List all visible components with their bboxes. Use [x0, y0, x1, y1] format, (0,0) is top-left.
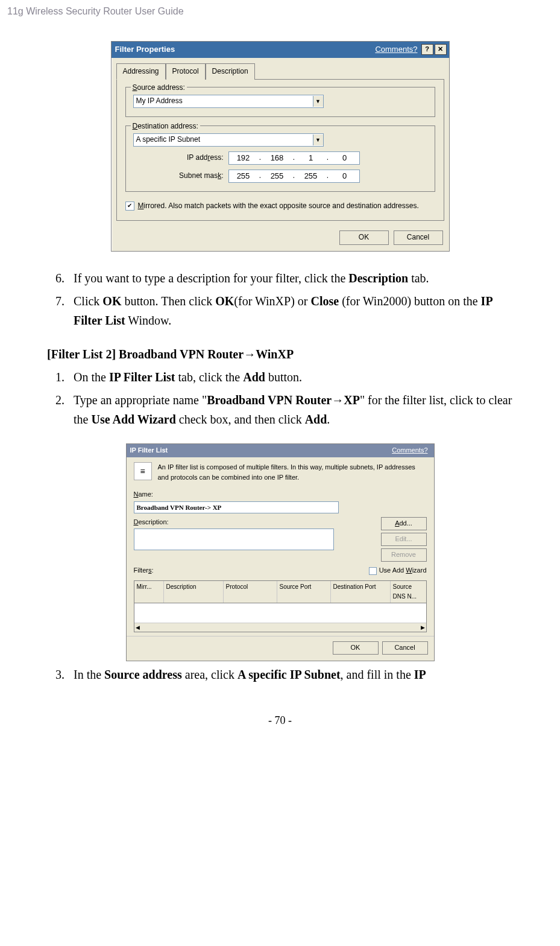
remove-button: Remove — [381, 548, 427, 562]
filters-table: Mirr... Description Protocol Source Port… — [134, 580, 427, 632]
mirrored-row: ✔ Mirrored. Also match packets with the … — [125, 200, 435, 212]
filter-list-2-title: [Filter List 2] Broadband VPN Router→Win… — [47, 344, 513, 364]
ip-oct1[interactable]: 192 — [229, 152, 258, 165]
page-header: 11g Wireless Security Router User Guide — [0, 0, 560, 41]
page-content: Filter Properties Comments? ? ✕ Addressi… — [0, 41, 560, 684]
step-6: If you want to type a description for yo… — [68, 268, 513, 288]
steps-list-1: If you want to type a description for yo… — [47, 268, 513, 330]
dialog-buttons: OK Cancel — [112, 226, 449, 251]
mask-oct1[interactable]: 255 — [229, 170, 258, 183]
fl2-step-3: In the Source address area, click A spec… — [68, 665, 513, 684]
mask-oct2[interactable]: 255 — [263, 170, 292, 183]
use-add-wizard-label: Use Add Wizard — [379, 565, 427, 576]
filter-properties-dialog: Filter Properties Comments? ? ✕ Addressi… — [111, 41, 450, 252]
dialog-title: Filter Properties — [115, 43, 175, 56]
tab-addressing[interactable]: Addressing — [116, 63, 166, 80]
source-group-label: SSource address:ource address: — [131, 82, 187, 94]
destination-address-value: A specific IP Subnet — [136, 134, 201, 145]
dest-group-label: Destination address: — [131, 121, 200, 132]
mask-oct4[interactable]: 0 — [330, 170, 359, 183]
mirrored-checkbox[interactable]: ✔ — [125, 202, 134, 211]
ok-button[interactable]: OK — [339, 230, 389, 245]
fl2-step-1: On the IP Filter List tab, click the Add… — [68, 367, 513, 387]
horizontal-scrollbar[interactable]: ◀ ▶ — [134, 623, 426, 632]
dialog2-title: IP Filter List — [130, 445, 168, 456]
dialog-titlebar: Filter Properties Comments? ? ✕ — [112, 42, 449, 58]
ip-oct4[interactable]: 0 — [330, 152, 359, 165]
ip-filter-list-dialog: IP Filter List Comments? ≡ An IP filter … — [126, 443, 435, 661]
name-input[interactable]: Broadband VPN Router-> XP — [134, 501, 339, 513]
description-textarea[interactable] — [134, 529, 334, 550]
destination-address-group: Destination address: A specific IP Subne… — [125, 125, 435, 192]
dialog2-description: An IP filter list is composed of multipl… — [158, 462, 427, 483]
filters-label: Filters: — [134, 565, 154, 576]
tab-description[interactable]: Description — [206, 63, 255, 80]
source-address-group: SSource address:ource address: My IP Add… — [125, 87, 435, 117]
dropdown-icon: ▼ — [313, 135, 323, 145]
fl2-step-2: Type an appropriate name "Broadband VPN … — [68, 390, 513, 429]
dialog2-cancel-button[interactable]: Cancel — [382, 641, 428, 655]
scroll-right-icon[interactable]: ▶ — [421, 623, 425, 632]
col-mirrored[interactable]: Mirr... — [134, 581, 164, 603]
cancel-button[interactable]: Cancel — [394, 230, 443, 245]
ip-oct2[interactable]: 168 — [263, 152, 292, 165]
col-source-dns[interactable]: Source DNS N... — [391, 581, 426, 603]
tab-protocol[interactable]: Protocol — [166, 63, 206, 80]
subnet-mask-field[interactable]: 255. 255. 255. 0 — [228, 170, 360, 183]
help-button[interactable]: ? — [421, 44, 433, 55]
name-label: Name: — [134, 489, 427, 500]
dialog2-comments[interactable]: Comments? — [392, 445, 427, 456]
dialog2-footer: OK Cancel — [127, 636, 434, 661]
list-icon: ≡ — [134, 462, 152, 480]
table-body — [134, 603, 426, 623]
source-address-value: My IP Address — [136, 95, 183, 107]
col-destination-port[interactable]: Destination Port — [331, 581, 391, 603]
tab-strip: Addressing Protocol Description — [112, 58, 449, 79]
dialog2-ok-button[interactable]: OK — [333, 641, 379, 655]
close-button[interactable]: ✕ — [435, 44, 447, 55]
scroll-left-icon[interactable]: ◀ — [136, 623, 140, 632]
step-7: Click OK button. Then click OK(for WinXP… — [68, 291, 513, 330]
add-button[interactable]: Add... — [381, 517, 427, 530]
source-address-dropdown[interactable]: My IP Address ▼ — [133, 95, 324, 108]
comments-link[interactable]: Comments? — [375, 43, 417, 56]
ip-address-field[interactable]: 192. 168. 1. 0 — [228, 151, 360, 165]
use-add-wizard-checkbox[interactable] — [369, 567, 377, 575]
col-description[interactable]: Description — [164, 581, 224, 603]
col-source-port[interactable]: Source Port — [277, 581, 331, 603]
subnet-mask-label: Subnet mask: — [133, 170, 228, 182]
col-protocol[interactable]: Protocol — [224, 581, 277, 603]
ip-oct3[interactable]: 1 — [297, 152, 326, 165]
table-header: Mirr... Description Protocol Source Port… — [134, 581, 426, 603]
subnet-mask-row: Subnet mask: 255. 255. 255. 0 — [133, 170, 427, 183]
mask-oct3[interactable]: 255 — [297, 170, 326, 183]
page-number: - 70 - — [0, 714, 560, 739]
dialog2-titlebar: IP Filter List Comments? — [127, 444, 434, 457]
steps-list-3: In the Source address area, click A spec… — [47, 665, 513, 684]
edit-button: Edit... — [381, 533, 427, 546]
steps-list-2: On the IP Filter List tab, click the Add… — [47, 367, 513, 429]
mirrored-label: Mirrored. Also match packets with the ex… — [138, 200, 419, 212]
dropdown-icon: ▼ — [313, 96, 323, 107]
tab-panel: SSource address:ource address: My IP Add… — [116, 79, 444, 221]
description-label: Description: — [134, 517, 334, 528]
ip-address-label: IP address: — [133, 152, 228, 163]
destination-address-dropdown[interactable]: A specific IP Subnet ▼ — [133, 133, 324, 147]
ip-address-row: IP address: 192. 168. 1. 0 — [133, 151, 427, 165]
